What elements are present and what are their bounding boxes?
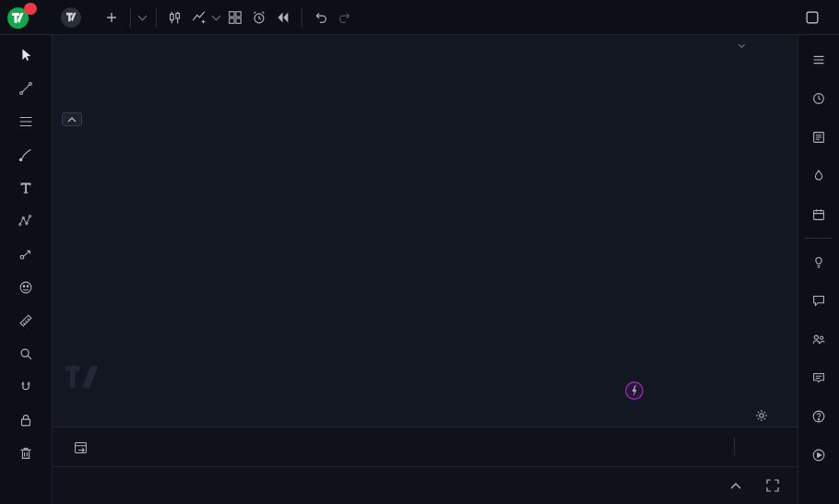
chats-icon[interactable] bbox=[801, 281, 836, 320]
timeframe-menu-chevron-icon[interactable] bbox=[138, 11, 148, 20]
tradingview-logo[interactable] bbox=[7, 6, 35, 29]
add-symbol-icon[interactable] bbox=[100, 5, 124, 30]
alert-icon[interactable] bbox=[247, 5, 271, 30]
settings-gear-icon[interactable] bbox=[755, 409, 768, 426]
currency-selector[interactable] bbox=[735, 44, 744, 47]
alerts-icon[interactable] bbox=[801, 79, 836, 118]
range-toolbar bbox=[53, 427, 798, 466]
brush-tool-icon[interactable] bbox=[6, 138, 46, 171]
toolbar-divider bbox=[130, 7, 131, 28]
bar-replay-icon[interactable] bbox=[271, 5, 295, 30]
emoji-tool-icon[interactable] bbox=[6, 271, 46, 304]
lock-tool-icon[interactable] bbox=[6, 404, 46, 437]
magnet-tool-icon[interactable] bbox=[6, 370, 46, 404]
indicators-menu-chevron-icon[interactable] bbox=[212, 11, 221, 20]
right-sidebar bbox=[798, 35, 839, 504]
drawing-toolbar bbox=[0, 35, 53, 504]
calendar-icon[interactable] bbox=[801, 195, 836, 234]
chart-type-candles-icon[interactable] bbox=[163, 5, 187, 30]
collapse-panel-icon[interactable] bbox=[724, 474, 748, 498]
fib-retracement-tool-icon[interactable] bbox=[6, 105, 46, 138]
delete-tool-icon[interactable] bbox=[6, 437, 46, 470]
xabcd-pattern-tool-icon[interactable] bbox=[6, 205, 46, 238]
account-avatar[interactable] bbox=[61, 7, 81, 28]
top-toolbar bbox=[0, 0, 839, 35]
community-icon[interactable] bbox=[801, 320, 836, 358]
layout-grid-icon[interactable] bbox=[223, 5, 247, 30]
hotlists-icon[interactable] bbox=[801, 157, 836, 195]
quick-trade-icon[interactable] bbox=[624, 381, 644, 404]
forecast-tool-icon[interactable] bbox=[6, 238, 46, 271]
toolbar-divider bbox=[301, 7, 302, 28]
measure-tool-icon[interactable] bbox=[6, 304, 46, 337]
news-icon[interactable] bbox=[801, 118, 836, 157]
redo-icon[interactable] bbox=[333, 5, 357, 30]
comments-icon[interactable] bbox=[801, 358, 836, 397]
zoom-tool-icon[interactable] bbox=[6, 337, 46, 370]
collapse-legend-button[interactable] bbox=[62, 112, 82, 126]
trend-line-tool-icon[interactable] bbox=[6, 72, 46, 105]
indicators-icon[interactable] bbox=[187, 5, 211, 30]
watchlist-icon[interactable] bbox=[801, 41, 836, 79]
sidebar-divider bbox=[805, 238, 833, 239]
toolbar-divider bbox=[156, 7, 157, 28]
cursor-tool-icon[interactable] bbox=[6, 39, 46, 72]
help-icon[interactable] bbox=[801, 397, 836, 436]
text-tool-icon[interactable] bbox=[6, 171, 46, 205]
notification-badge bbox=[24, 3, 37, 15]
rangebar-divider bbox=[734, 438, 735, 456]
bottom-panel-tabs bbox=[53, 466, 798, 504]
chart-area bbox=[53, 35, 798, 504]
maximize-panel-icon[interactable] bbox=[761, 474, 785, 498]
percent-scale-button[interactable] bbox=[748, 443, 761, 451]
auto-scale-button[interactable] bbox=[774, 443, 786, 451]
stream-icon[interactable] bbox=[801, 436, 836, 475]
goto-date-icon[interactable] bbox=[73, 440, 89, 455]
log-scale-button[interactable] bbox=[761, 443, 774, 451]
ideas-icon[interactable] bbox=[801, 242, 836, 281]
price-chart[interactable] bbox=[53, 35, 798, 427]
undo-icon[interactable] bbox=[309, 5, 333, 30]
save-layout-icon[interactable] bbox=[800, 5, 824, 30]
